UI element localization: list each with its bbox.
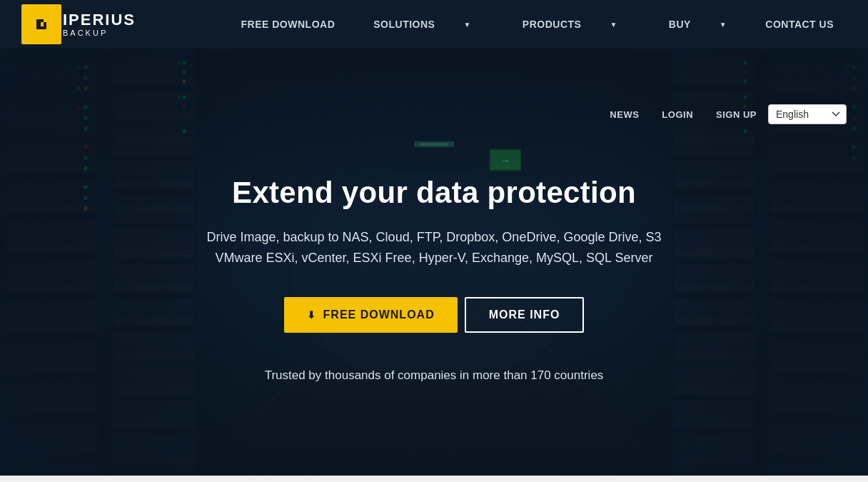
download-icon: ⬇ [307, 309, 316, 321]
secondary-nav-links: NEWS LOGIN SIGN UP English Italiano Fran… [598, 104, 847, 124]
products-dropdown-arrow: ▼ [597, 0, 630, 49]
main-navbar: IPERIUS BACKUP FREE DOWNLOAD SOLUTIONS ▼… [0, 0, 868, 49]
language-select[interactable]: English Italiano Français Deutsch Españo… [768, 104, 847, 124]
nav-link-buy[interactable]: BUY ▼ [643, 0, 752, 49]
more-info-button[interactable]: MORE INFO [465, 297, 585, 333]
hero-title: Extend your data protection [207, 176, 662, 210]
nav-link-contact-us[interactable]: CONTACT US [752, 0, 847, 49]
nav-item-solutions[interactable]: SOLUTIONS ▼ [348, 0, 497, 49]
nav-links: FREE DOWNLOAD SOLUTIONS ▼ PRODUCTS ▼ BUY… [228, 0, 847, 49]
hero-subtitle: Drive Image, backup to NAS, Cloud, FTP, … [207, 227, 662, 268]
hero-trust-text: Trusted by thousands of companies in mor… [207, 368, 662, 383]
secondary-nav-link-login[interactable]: LOGIN [650, 109, 705, 120]
bottom-area [0, 476, 868, 482]
buy-dropdown-arrow: ▼ [707, 0, 740, 49]
secondary-nav-item-news[interactable]: NEWS [598, 108, 650, 121]
hero-content: Extend your data protection Drive Image,… [193, 176, 676, 383]
solutions-dropdown-arrow: ▼ [450, 0, 483, 49]
secondary-nav-item-signup[interactable]: SIGN UP [705, 108, 768, 121]
free-download-button[interactable]: ⬇ FREE DOWNLOAD [284, 297, 458, 333]
secondary-nav-item-login[interactable]: LOGIN [650, 108, 705, 121]
hero-section: NEWS LOGIN SIGN UP English Italiano Fran… [0, 49, 868, 476]
nav-item-contact-us[interactable]: CONTACT US [752, 0, 847, 49]
logo-link[interactable]: IPERIUS BACKUP [21, 4, 136, 44]
secondary-nav-link-signup[interactable]: SIGN UP [705, 109, 768, 120]
nav-item-buy[interactable]: BUY ▼ [643, 0, 752, 49]
secondary-nav: NEWS LOGIN SIGN UP English Italiano Fran… [0, 97, 868, 131]
language-selector-container[interactable]: English Italiano Français Deutsch Españo… [768, 104, 847, 124]
logo-text: IPERIUS BACKUP [63, 11, 136, 37]
nav-item-free-download[interactable]: FREE DOWNLOAD [228, 0, 348, 49]
secondary-nav-link-news[interactable]: NEWS [598, 109, 650, 120]
nav-link-solutions[interactable]: SOLUTIONS ▼ [348, 0, 497, 49]
nav-link-products[interactable]: PRODUCTS ▼ [497, 0, 643, 49]
hero-buttons: ⬇ FREE DOWNLOAD MORE INFO [207, 297, 662, 333]
logo-icon [21, 4, 61, 44]
nav-link-free-download[interactable]: FREE DOWNLOAD [228, 0, 348, 49]
nav-item-products[interactable]: PRODUCTS ▼ [497, 0, 643, 49]
svg-rect-0 [32, 15, 51, 34]
